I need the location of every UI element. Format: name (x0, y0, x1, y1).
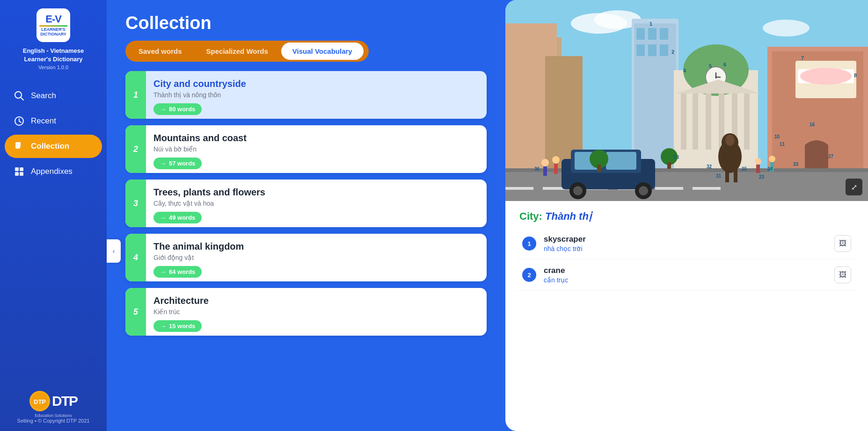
arrow-icon: → (160, 160, 166, 167)
svg-text:13: 13 (674, 155, 679, 160)
svg-rect-61 (725, 168, 729, 182)
app-version: Version 1.0.0 (38, 65, 68, 70)
app-title-line1: English - Vietnamese (23, 47, 84, 55)
sidebar-item-appendixes[interactable]: Appendixes (5, 160, 102, 183)
svg-text:2: 2 (671, 49, 674, 55)
svg-rect-34 (706, 93, 711, 150)
svg-text:25: 25 (742, 166, 747, 172)
svg-point-57 (639, 186, 648, 195)
svg-rect-33 (693, 93, 698, 150)
item-title-en: Architecture (153, 295, 479, 306)
svg-text:27: 27 (828, 154, 834, 159)
svg-rect-51 (693, 187, 721, 190)
item-title-en: The animal kingdom (153, 241, 479, 252)
word-image-button[interactable]: 🖼 (834, 266, 851, 283)
svg-text:33: 33 (793, 162, 799, 167)
svg-rect-69 (554, 164, 558, 174)
sidebar-item-recent[interactable]: Recent (5, 109, 102, 133)
sidebar-item-collection[interactable]: Collection (5, 135, 102, 158)
svg-point-72 (769, 156, 775, 162)
svg-rect-44 (505, 168, 868, 201)
collapse-button[interactable]: ‹ (107, 239, 121, 263)
word-english: crane (544, 266, 827, 275)
svg-text:23: 23 (759, 174, 765, 180)
svg-rect-19 (636, 28, 645, 40)
svg-text:32: 32 (707, 164, 712, 169)
words-count: 49 words (169, 214, 195, 221)
word-number-badge: 2 (522, 268, 536, 282)
svg-rect-4 (15, 167, 19, 171)
item-number: 1 (125, 71, 146, 119)
recent-label: Recent (31, 116, 56, 126)
svg-rect-50 (655, 187, 683, 190)
svg-rect-77 (667, 162, 671, 169)
page-title: Collection (107, 0, 505, 41)
dtp-sub: Education Solutions (35, 413, 72, 418)
item-title-vn: Núi và bờ biển (153, 145, 479, 153)
svg-rect-5 (20, 167, 23, 171)
word-content: crane cần trục (544, 266, 827, 284)
tab-visual-vocabulary[interactable]: Visual Vocabulary (281, 43, 364, 60)
svg-point-68 (552, 156, 560, 164)
word-vietnamese: cần trục (544, 276, 827, 284)
word-row: 2 crane cần trục 🖼 (517, 259, 857, 291)
city-label-vn: Thành thị (545, 210, 591, 222)
city-section-label: City: Thành thị (505, 201, 868, 228)
word-english: skyscraper (544, 235, 827, 244)
list-item[interactable]: 5 Architecture Kiến trúc → 15 words (125, 288, 487, 336)
item-content: Mountains and coast Núi và bờ biển → 57 … (146, 125, 487, 173)
chevron-left-icon: ‹ (113, 247, 115, 255)
svg-rect-22 (636, 44, 645, 56)
words-badge[interactable]: → 80 words (153, 103, 202, 115)
svg-line-1 (21, 98, 24, 101)
setting-text: Setting • © Copyright DTP 2021 (17, 418, 90, 424)
sidebar-item-search[interactable]: Search (5, 84, 102, 108)
svg-point-13 (763, 20, 810, 36)
scene-image: 1 2 4 5 6 7 8 10 11 16 13 24 23 25 31 32… (505, 0, 868, 201)
dtp-name: DTP (52, 393, 77, 409)
list-item[interactable]: 1 City and countryside Thành thị và nông… (125, 71, 487, 119)
words-badge[interactable]: → 49 words (153, 212, 202, 223)
recent-icon (13, 115, 25, 127)
expand-button[interactable]: ⤢ (846, 179, 862, 195)
item-content: Trees, plants and flowers Cây, thực vật … (146, 180, 487, 227)
sidebar: E-V LEARNER'SDICTIONARY English - Vietna… (0, 0, 107, 431)
svg-rect-20 (648, 28, 656, 40)
list-item[interactable]: 4 The animal kingdom Giới động vật → 64 … (125, 234, 487, 281)
list-item[interactable]: 3 Trees, plants and flowers Cây, thực vậ… (125, 180, 487, 227)
words-badge[interactable]: → 57 words (153, 158, 202, 169)
svg-rect-7 (20, 172, 23, 176)
item-content: City and countryside Thành thị và nông t… (146, 71, 487, 119)
collection-icon (13, 140, 25, 152)
svg-point-65 (725, 135, 735, 146)
tab-specialized-words[interactable]: Specialized Words (195, 43, 279, 60)
item-title-vn: Giới động vật (153, 254, 479, 261)
svg-rect-67 (543, 166, 547, 176)
nav-items: Search Recent Collection (0, 84, 107, 183)
svg-rect-24 (660, 44, 668, 56)
svg-rect-75 (597, 165, 601, 172)
svg-text:31: 31 (716, 173, 722, 179)
list-item[interactable]: 2 Mountains and coast Núi và bờ biển → 5… (125, 125, 487, 173)
svg-rect-45 (505, 168, 868, 172)
svg-text:1: 1 (649, 21, 652, 27)
arrow-icon: → (160, 323, 166, 330)
right-panel: 1 2 4 5 6 7 8 10 11 16 13 24 23 25 31 32… (505, 0, 868, 431)
word-image-button[interactable]: 🖼 (834, 235, 851, 252)
arrow-icon: → (160, 106, 166, 113)
words-count: 80 words (169, 106, 195, 113)
svg-rect-71 (756, 165, 760, 173)
item-number: 3 (125, 180, 146, 227)
svg-rect-6 (15, 172, 19, 176)
vocab-list: 1 City and countryside Thành thị và nông… (107, 71, 505, 431)
logo-sub-text: LEARNER'SDICTIONARY (40, 28, 66, 37)
words-badge[interactable]: → 15 words (153, 320, 202, 332)
svg-rect-32 (681, 93, 686, 150)
words-badge[interactable]: → 64 words (153, 266, 202, 278)
search-icon (13, 90, 25, 102)
svg-point-43 (800, 68, 852, 85)
item-title-en: City and countryside (153, 79, 479, 89)
tab-saved-words[interactable]: Saved words (127, 43, 193, 60)
svg-text:7: 7 (801, 55, 804, 61)
words-count: 15 words (169, 323, 195, 330)
